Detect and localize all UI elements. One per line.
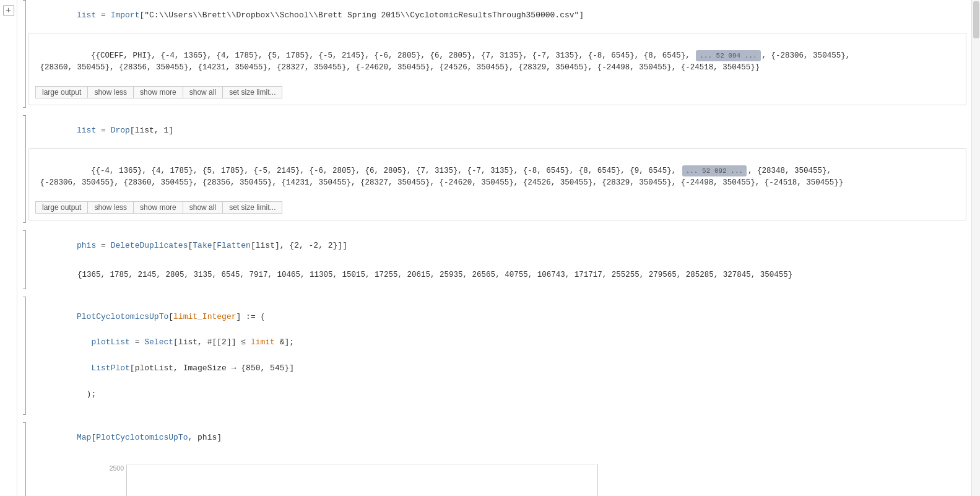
cell-5-input[interactable]: Map[PlotCyclotomicsUpTo, phis] — [28, 422, 966, 453]
notebook-container: + list = Import["C:\\Users\\Brett\\Dropb… — [0, 0, 980, 496]
cell-bracket-1 — [22, 0, 26, 108]
cell-2-show-more-btn[interactable]: show more — [133, 201, 183, 214]
code-keyword: list — [77, 11, 96, 20]
cell-3: phis = DeleteDuplicates[Take[Flatten[lis… — [22, 230, 966, 289]
cell-4-input[interactable]: PlotCyclotomicsUpTo[limit_Integer] := ( … — [28, 297, 966, 415]
cell-3-output: {1365, 1785, 2145, 2805, 3135, 6545, 791… — [28, 261, 966, 289]
cell-4-inner: PlotCyclotomicsUpTo[limit_Integer] := ( … — [28, 297, 966, 415]
right-scrollbar[interactable] — [971, 0, 980, 496]
cell-2-large-output-btn[interactable]: large output — [35, 201, 88, 214]
cell-2-btn-row: large output show less show more show al… — [35, 200, 960, 215]
cell-5-chart-output: { 2500 2000 1500 — [28, 455, 598, 496]
cell-1-show-all-btn[interactable]: show all — [183, 86, 223, 98]
cell-1-inner: list = Import["C:\\Users\\Brett\\Dropbox… — [28, 0, 966, 108]
cell-1-btn-row: large output show less show more show al… — [35, 85, 960, 100]
cell-1-large-output-btn[interactable]: large output — [35, 86, 88, 98]
cell-bracket-4 — [22, 297, 26, 415]
cell-bracket-5 — [22, 422, 26, 496]
chart-y-axis-line — [126, 464, 127, 496]
cell-3-inner: phis = DeleteDuplicates[Take[Flatten[lis… — [28, 230, 966, 289]
cell-2-output-box: {{-4, 1365}, {4, 1785}, {5, 1785}, {-5, … — [28, 148, 966, 220]
fn-import: Import — [111, 11, 140, 20]
add-cell-button[interactable]: + — [3, 5, 14, 16]
cell-1: list = Import["C:\\Users\\Brett\\Dropbox… — [22, 0, 966, 108]
cell-4: PlotCyclotomicsUpTo[limit_Integer] := ( … — [22, 297, 966, 415]
y-axis-labels: 2500 2000 1500 — [110, 464, 126, 496]
cell-5-inner: Map[PlotCyclotomicsUpTo, phis] { 2500 20… — [28, 422, 966, 496]
chart-drawing-area — [126, 464, 598, 496]
y-label-2500: 2500 — [110, 464, 124, 472]
cell-1-output-content: {{COEFF, PHI}, {-4, 1365}, {4, 1785}, {5… — [35, 38, 960, 85]
cell-bracket-2 — [22, 115, 26, 223]
cell-2-inner: list = Drop[list, 1] {{-4, 1365}, {4, 17… — [28, 115, 966, 223]
cell-2-set-size-btn[interactable]: set size limit... — [222, 201, 282, 214]
cell-2-show-all-btn[interactable]: show all — [183, 201, 223, 214]
scrollbar-thumb — [973, 1, 979, 38]
cell-1-output-box: {{COEFF, PHI}, {-4, 1365}, {4, 1785}, {5… — [28, 33, 966, 105]
cell-2-show-less-btn[interactable]: show less — [87, 201, 134, 214]
cell-bracket-3 — [22, 230, 26, 289]
cell-1-show-less-btn[interactable]: show less — [87, 86, 134, 98]
ellipsis-badge-1: ... 52 094 ... — [696, 50, 760, 62]
cell-2-input[interactable]: list = Drop[list, 1] — [28, 115, 966, 146]
main-content: list = Import["C:\\Users\\Brett\\Dropbox… — [17, 0, 971, 496]
left-gutter: + — [0, 0, 17, 496]
cell-1-input[interactable]: list = Import["C:\\Users\\Brett\\Dropbox… — [28, 0, 966, 30]
cell-1-show-more-btn[interactable]: show more — [133, 86, 183, 98]
ellipsis-badge-2: ... 52 092 ... — [682, 165, 747, 177]
gridline-top — [126, 464, 597, 465]
cell-2: list = Drop[list, 1] {{-4, 1365}, {4, 17… — [22, 115, 966, 223]
cell-1-set-size-btn[interactable]: set size limit... — [222, 86, 282, 98]
cell-2-output-content: {{-4, 1365}, {4, 1785}, {5, 1785}, {-5, … — [35, 154, 960, 200]
chart-frame: 2500 2000 1500 — [78, 464, 598, 496]
cell-5: Map[PlotCyclotomicsUpTo, phis] { 2500 20… — [22, 422, 966, 496]
cell-3-input[interactable]: phis = DeleteDuplicates[Take[Flatten[lis… — [28, 230, 966, 261]
